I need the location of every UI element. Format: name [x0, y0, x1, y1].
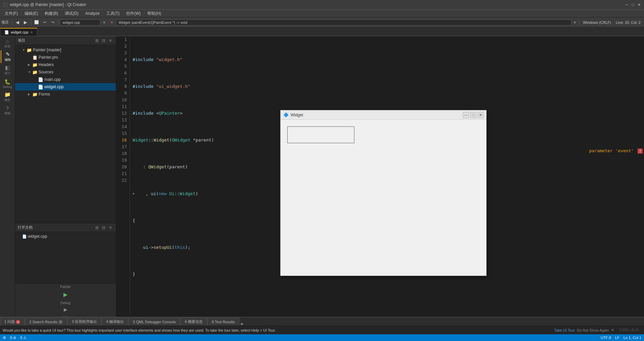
bottom-left-area: Painter ▶ Debug ▶ ↪ — [15, 283, 116, 317]
projects-label: 项目 — [4, 98, 10, 102]
line-num-9: 9 — [117, 90, 127, 97]
widget-maximize-button[interactable]: □ — [470, 112, 476, 118]
open-docs-collapse-button[interactable]: ⊟ — [101, 225, 106, 230]
bottom-tab-testresults[interactable]: 8 Test Results — [207, 318, 239, 326]
fold-arrow-6[interactable]: ▼ — [133, 190, 134, 197]
current-file-label[interactable]: widget.cpp — [60, 19, 100, 25]
code-text-2: #include "ui_widget.h" — [133, 83, 190, 90]
design-label: 设计 — [4, 71, 10, 75]
tree-item-root[interactable]: ▼ 📁 Painter [master] — [15, 46, 116, 54]
code-line-1: #include "widget.h" — [133, 56, 641, 63]
function-label[interactable]: Widget::paintEvent(QPaintEvent *) -> voi… — [116, 19, 572, 25]
tree-item-headers[interactable]: ▶ 📁 Headers — [15, 61, 116, 68]
sidebar-design[interactable]: ◧ 设计 — [1, 64, 14, 76]
tree-arrow-headers: ▶ — [28, 63, 31, 66]
menu-item-h[interactable]: 帮助(H) — [144, 10, 164, 17]
do-not-show-button[interactable]: Do Not Show Again — [577, 328, 609, 332]
line-num-16: 16 — [117, 137, 127, 144]
right-warning-badge: ! — [638, 149, 643, 154]
sidebar-projects[interactable]: 📁 项目 — [1, 91, 14, 103]
code-text-8: ui->setupUi(this); — [133, 244, 190, 251]
line-numbers: 1 2 3 4 5 6 7 8 9 10 11 12 13 14 15 16 1 — [116, 36, 130, 317]
line-num-3: 3 — [117, 50, 127, 56]
debug-label: Debug — [3, 85, 12, 89]
bottom-tabs-more[interactable]: ▶ — [241, 322, 244, 326]
right-warning-text: parameter 'event' ! — [589, 148, 644, 153]
menu-item-d[interactable]: 调试(D) — [61, 10, 82, 17]
bottom-tab-appoutput[interactable]: 3 应用程序输出 — [67, 318, 101, 326]
sidebar-edit[interactable]: ✎ 编辑 — [1, 50, 14, 63]
bottom-tab-summary-label: 6 概要信息 — [185, 319, 203, 324]
code-container[interactable]: 1 2 3 4 5 6 7 8 9 10 11 12 13 14 15 16 1 — [116, 36, 644, 317]
sidebar-help[interactable]: ? 帮助 — [1, 104, 14, 117]
open-doc-widget-cpp[interactable]: 📄 widget.cpp — [15, 233, 116, 240]
bottom-tab-qmldebug[interactable]: 5 QML Debugger Console — [129, 318, 180, 326]
menu-item-e[interactable]: 编辑(E) — [21, 10, 41, 17]
menu-item-b[interactable]: 构建(B) — [41, 10, 61, 17]
design-icon: ◧ — [5, 65, 10, 71]
code-text-5: : QWidget(parent) — [133, 164, 188, 170]
bottom-tabs: 1 问题 4 2 Search Results 2 3 应用程序输出 4 编译输… — [0, 317, 644, 326]
project-header-actions: ⊞ ⊟ ✕ — [94, 38, 113, 43]
toolbar-btn-2[interactable]: ↩ — [41, 19, 48, 26]
tree-item-painter-pro[interactable]: 📋 Painter.pro — [15, 54, 116, 61]
widget-minimize-button[interactable]: ─ — [463, 112, 469, 118]
tree-arrow-root: ▼ — [22, 48, 26, 52]
sidebar-welcome[interactable]: ⌂ 欢迎 — [1, 37, 14, 50]
menubar: 文件(F)编辑(E)构建(B)调试(D)Analyze工具(T)控件(W)帮助(… — [0, 9, 644, 17]
menu-item-analyze[interactable]: Analyze — [82, 10, 103, 16]
step-button[interactable]: ▶ — [63, 306, 68, 313]
sidebar-debug[interactable]: 🐛 Debug — [1, 77, 14, 90]
tree-item-forms[interactable]: ▶ 📁 Forms — [15, 91, 116, 98]
step-into-button[interactable]: ↪ — [63, 314, 67, 317]
project-collapse-button[interactable]: ⊟ — [101, 38, 106, 43]
line-num-5: 5 — [117, 63, 127, 70]
menu-item-f[interactable]: 文件(F) — [1, 10, 21, 17]
bottom-tab-summary[interactable]: 6 概要信息 — [181, 318, 207, 326]
menu-item-t[interactable]: 工具(T) — [103, 10, 123, 17]
widget-preview-window[interactable]: 🔷 Widget ─ □ ✕ — [280, 110, 487, 276]
menu-item-w[interactable]: 控件(W) — [123, 10, 144, 17]
infobar-close-button[interactable]: ✕ — [611, 328, 614, 332]
widget-preview-title: Widget — [291, 113, 303, 117]
project-close-button[interactable]: ✕ — [108, 38, 113, 43]
statusbar-right: UTF-8 LF Ln 1, Col 1 — [601, 336, 641, 340]
play-button[interactable]: ▶ — [63, 291, 68, 298]
minimize-button[interactable]: ─ — [625, 2, 629, 7]
csdn-label: CSDN □ELIF... — [620, 328, 642, 332]
open-docs-title: 打开文档 — [18, 225, 33, 230]
bottom-tab-search[interactable]: 2 Search Results 2 — [25, 318, 67, 326]
open-docs-sync-button[interactable]: ⊞ — [94, 225, 100, 230]
take-tour-button[interactable]: Take UI Tour — [554, 328, 575, 332]
tree-item-sources[interactable]: ▼ 📁 Sources — [15, 68, 116, 76]
tree-label-headers: Headers — [39, 62, 54, 67]
tree-icon-painter-pro: 📋 — [32, 55, 38, 60]
bottom-tab-buildoutput[interactable]: 4 编译输出 — [102, 318, 128, 326]
line-num-10: 10 — [117, 97, 127, 103]
tree-item-main-cpp[interactable]: 📄 main.cpp — [15, 76, 116, 83]
nav-forward-button[interactable]: ▶ — [22, 19, 29, 26]
project-sync-button[interactable]: ⊞ — [94, 38, 100, 43]
tab-widget-cpp[interactable]: 📄 widget.cpp ✕ — [0, 28, 37, 36]
project-tree: ▼ 📁 Painter [master] 📋 Painter.pro — [15, 45, 116, 223]
tree-item-widget-cpp[interactable]: 📄 widget.cpp — [15, 83, 116, 91]
line-num-21: 21 — [117, 170, 127, 177]
open-docs-close-button[interactable]: ✕ — [108, 225, 113, 230]
widget-close-button[interactable]: ✕ — [478, 112, 484, 118]
bottom-tab-appoutput-label: 3 应用程序输出 — [72, 319, 97, 324]
tree-label-widget-cpp: widget.cpp — [44, 84, 63, 89]
nav-back-button[interactable]: ◀ — [14, 19, 21, 26]
tour-message: Would you like to take a quick UI tour? … — [3, 328, 552, 332]
bottom-panel-controls: Painter ▶ Debug ▶ ↪ — [15, 284, 116, 317]
toolbar-btn-1[interactable]: ⬜ — [33, 19, 40, 26]
bottom-tab-issues[interactable]: 1 问题 4 — [0, 318, 24, 326]
code-line-10 — [133, 298, 641, 304]
maximize-button[interactable]: □ — [631, 2, 635, 7]
tree-icon-headers: 📁 — [32, 62, 38, 67]
left-sidebar-area: 项目 ⊞ ⊟ ✕ ▼ 📁 Painter [master] — [15, 36, 116, 317]
close-button[interactable]: ✕ — [637, 2, 641, 7]
tab-close-button[interactable]: ✕ — [30, 31, 33, 34]
toolbar-btn-x[interactable]: ✕ — [108, 19, 115, 26]
help-label: 帮助 — [4, 111, 10, 116]
toolbar-btn-3[interactable]: ↪ — [49, 19, 56, 26]
